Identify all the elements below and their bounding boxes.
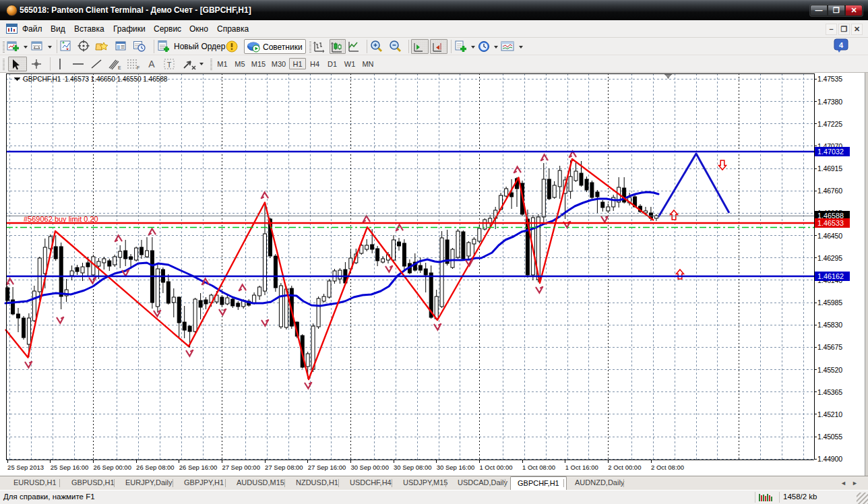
svg-text:30 Sep 00:00: 30 Sep 00:00 bbox=[350, 464, 389, 471]
svg-text:30 Sep 08:00: 30 Sep 08:00 bbox=[394, 464, 432, 471]
svg-text:2 Oct 08:00: 2 Oct 08:00 bbox=[651, 464, 684, 471]
svg-text:1.46533: 1.46533 bbox=[817, 219, 844, 227]
svg-text:1.46450: 1.46450 bbox=[817, 232, 842, 240]
svg-text:1 Oct 00:00: 1 Oct 00:00 bbox=[479, 464, 512, 471]
svg-text:27 Sep 08:00: 27 Sep 08:00 bbox=[265, 464, 303, 471]
svg-text:1.46915: 1.46915 bbox=[817, 164, 842, 172]
svg-text:25 Sep 2013: 25 Sep 2013 bbox=[7, 464, 44, 471]
svg-text:1.47380: 1.47380 bbox=[817, 98, 842, 106]
svg-text:27 Sep 16:00: 27 Sep 16:00 bbox=[308, 464, 346, 471]
svg-text:1.47225: 1.47225 bbox=[817, 120, 842, 128]
svg-text:1.45365: 1.45365 bbox=[817, 388, 842, 396]
svg-text:1.47032: 1.47032 bbox=[817, 148, 844, 156]
svg-text:1.46760: 1.46760 bbox=[817, 187, 842, 195]
svg-text:26 Sep 00:00: 26 Sep 00:00 bbox=[93, 464, 131, 471]
svg-text:26 Sep 08:00: 26 Sep 08:00 bbox=[136, 464, 175, 471]
svg-text:T: T bbox=[167, 61, 172, 69]
svg-text:GBPCHF,H1 1.46573 1.46650 1.4: GBPCHF,H1 1.46573 1.46650 1.46550 1.4658… bbox=[23, 75, 168, 83]
svg-text:1 Oct 08:00: 1 Oct 08:00 bbox=[522, 464, 555, 471]
svg-text:1.45055: 1.45055 bbox=[817, 433, 842, 441]
svg-text:1.44900: 1.44900 bbox=[817, 455, 842, 463]
svg-text:1.45985: 1.45985 bbox=[817, 298, 842, 307]
svg-text:2 Oct 00:00: 2 Oct 00:00 bbox=[608, 464, 641, 471]
svg-text:A: A bbox=[148, 59, 155, 69]
svg-text:E: E bbox=[118, 65, 121, 70]
svg-text:1.45520: 1.45520 bbox=[817, 366, 842, 374]
svg-text:1 Oct 16:00: 1 Oct 16:00 bbox=[565, 464, 598, 471]
svg-text:1.47535: 1.47535 bbox=[817, 75, 842, 83]
svg-text:27 Sep 00:00: 27 Sep 00:00 bbox=[222, 464, 260, 471]
svg-text:#569062 buy limit 0.20: #569062 buy limit 0.20 bbox=[24, 215, 98, 223]
svg-text:1.46162: 1.46162 bbox=[817, 272, 844, 280]
svg-text:1.46295: 1.46295 bbox=[817, 254, 842, 262]
svg-text:1.45830: 1.45830 bbox=[817, 321, 842, 329]
svg-text:30 Sep 16:00: 30 Sep 16:00 bbox=[437, 464, 475, 471]
svg-text:25 Sep 16:00: 25 Sep 16:00 bbox=[51, 464, 89, 471]
svg-text:26 Sep 16:00: 26 Sep 16:00 bbox=[179, 464, 218, 471]
svg-text:4: 4 bbox=[839, 41, 844, 49]
svg-text:1.45675: 1.45675 bbox=[817, 343, 842, 351]
svg-text:F: F bbox=[137, 65, 140, 70]
svg-text:1.45210: 1.45210 bbox=[817, 410, 842, 418]
